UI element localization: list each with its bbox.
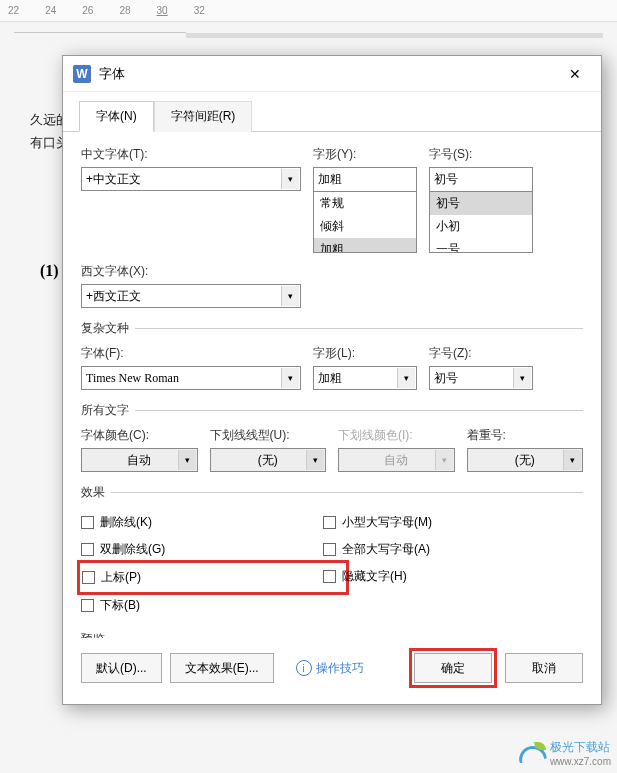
list-item[interactable]: 一号 — [430, 238, 532, 253]
west-font-combo[interactable]: +西文正文 ▾ — [81, 284, 301, 308]
font-color-label: 字体颜色(C): — [81, 427, 198, 444]
subscript-check[interactable]: 下标(B) — [81, 597, 311, 614]
complex-font-combo[interactable]: Times New Roman ▾ — [81, 366, 301, 390]
chevron-down-icon: ▾ — [435, 450, 453, 470]
info-icon: i — [296, 660, 312, 676]
style-listbox[interactable]: 常规 倾斜 加粗 — [313, 191, 417, 253]
page-gap — [186, 33, 603, 38]
chevron-down-icon: ▾ — [281, 169, 299, 189]
tab-strip: 字体(N) 字符间距(R) — [63, 92, 601, 132]
style-label: 字形(Y): — [313, 146, 417, 163]
small-caps-check[interactable]: 小型大写字母(M) — [323, 514, 432, 531]
strike-check[interactable]: 删除线(K) — [81, 514, 311, 531]
underline-color-label: 下划线颜色(I): — [338, 427, 455, 444]
dbl-strike-check[interactable]: 双删除线(G) — [81, 541, 311, 558]
complex-font-label: 字体(F): — [81, 345, 301, 362]
titlebar: W 字体 ✕ — [63, 56, 601, 92]
complex-size-label: 字号(Z): — [429, 345, 533, 362]
font-dialog: W 字体 ✕ 字体(N) 字符间距(R) 中文字体(T): +中文正文 ▾ 字形… — [62, 55, 602, 705]
chevron-down-icon: ▾ — [563, 450, 581, 470]
style-input[interactable]: 加粗 — [313, 167, 417, 191]
button-row: 默认(D)... 文本效果(E)... i 操作技巧 确定 取消 — [63, 638, 601, 704]
list-item[interactable]: 加粗 — [314, 238, 416, 253]
doc-number: (1) — [40, 262, 59, 280]
chevron-down-icon: ▾ — [281, 368, 299, 388]
chevron-down-icon: ▾ — [281, 286, 299, 306]
chevron-down-icon: ▾ — [513, 368, 531, 388]
list-item[interactable]: 常规 — [314, 192, 416, 215]
cn-font-label: 中文字体(T): — [81, 146, 301, 163]
complex-title: 复杂文种 — [81, 320, 583, 337]
superscript-check[interactable]: 上标(P) — [82, 569, 310, 586]
page-edge — [14, 31, 186, 33]
list-item[interactable]: 初号 — [430, 192, 532, 215]
size-input[interactable]: 初号 — [429, 167, 533, 191]
underline-color-combo: 自动 ▾ — [338, 448, 455, 472]
west-font-label: 西文字体(X): — [81, 263, 301, 280]
cn-font-combo[interactable]: +中文正文 ▾ — [81, 167, 301, 191]
close-button[interactable]: ✕ — [555, 59, 595, 89]
cancel-button[interactable]: 取消 — [505, 653, 583, 683]
watermark-name: 极光下载站 — [550, 740, 610, 754]
chevron-down-icon: ▾ — [178, 450, 196, 470]
watermark: 极光下载站 www.xz7.com — [518, 739, 611, 767]
all-caps-check[interactable]: 全部大写字母(A) — [323, 541, 432, 558]
tab-spacing[interactable]: 字符间距(R) — [154, 101, 253, 132]
ruler: 222426283032 — [0, 0, 617, 22]
font-color-combo[interactable]: 自动 ▾ — [81, 448, 198, 472]
chevron-down-icon: ▾ — [306, 450, 324, 470]
text-effect-button[interactable]: 文本效果(E)... — [170, 653, 274, 683]
alltext-title: 所有文字 — [81, 402, 583, 419]
watermark-url: www.xz7.com — [550, 756, 611, 767]
complex-style-combo[interactable]: 加粗 ▾ — [313, 366, 417, 390]
size-listbox[interactable]: 初号 小初 一号 — [429, 191, 533, 253]
hidden-check[interactable]: 隐藏文字(H) — [323, 568, 432, 585]
underline-style-label: 下划线线型(U): — [210, 427, 327, 444]
chevron-down-icon: ▾ — [397, 368, 415, 388]
app-icon: W — [73, 65, 91, 83]
default-button[interactable]: 默认(D)... — [81, 653, 162, 683]
emphasis-label: 着重号: — [467, 427, 584, 444]
size-label: 字号(S): — [429, 146, 533, 163]
complex-size-combo[interactable]: 初号 ▾ — [429, 366, 533, 390]
ok-button[interactable]: 确定 — [414, 653, 492, 683]
list-item[interactable]: 倾斜 — [314, 215, 416, 238]
dialog-content: 中文字体(T): +中文正文 ▾ 字形(Y): 加粗 常规 倾斜 加粗 字号(S… — [63, 132, 601, 638]
watermark-logo-icon — [518, 742, 546, 764]
complex-style-label: 字形(L): — [313, 345, 417, 362]
tips-link[interactable]: i 操作技巧 — [282, 653, 378, 683]
emphasis-combo[interactable]: (无) ▾ — [467, 448, 584, 472]
preview-title: 预览 — [81, 631, 583, 638]
underline-style-combo[interactable]: (无) ▾ — [210, 448, 327, 472]
tab-font[interactable]: 字体(N) — [79, 101, 154, 132]
list-item[interactable]: 小初 — [430, 215, 532, 238]
dialog-title: 字体 — [99, 65, 555, 83]
effects-title: 效果 — [81, 484, 583, 501]
